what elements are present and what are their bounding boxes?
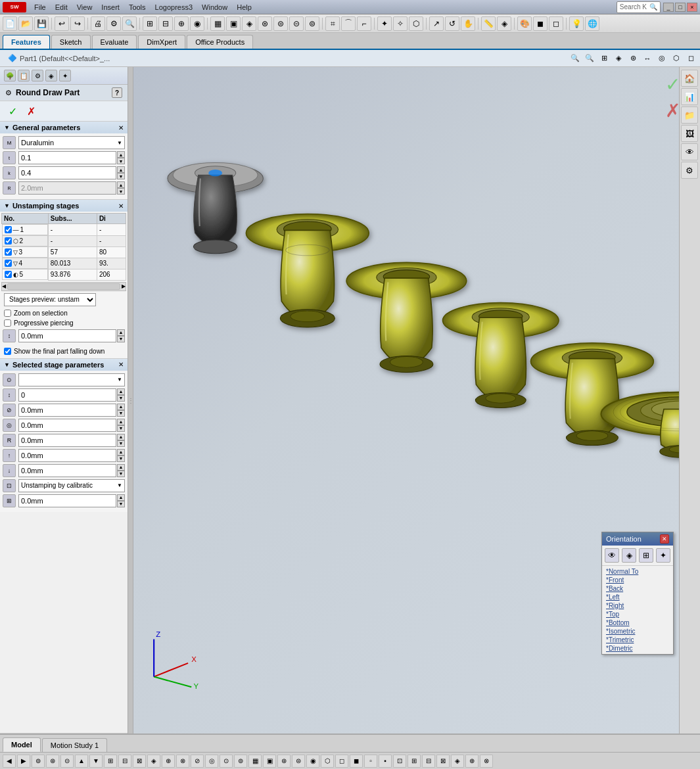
rotate-button[interactable]: ↺ <box>445 16 459 31</box>
window-controls[interactable]: _ □ × <box>663 3 697 12</box>
view-button4[interactable]: ◉ <box>190 16 204 31</box>
view-button3[interactable]: ⊕ <box>174 16 189 31</box>
bt-btn-29[interactable]: ⊞ <box>408 755 421 768</box>
preview-select[interactable]: Stages preview: unstam <box>4 293 96 306</box>
sel-down-8[interactable]: ▼ <box>117 501 125 507</box>
tab-office-products[interactable]: Office Products <box>187 35 253 49</box>
orient-view-4[interactable]: *Right <box>606 601 669 610</box>
general-params-header[interactable]: ▼ General parameters ✕ <box>0 122 128 133</box>
stage-cb-cell[interactable]: ▽ 3 <box>2 246 48 258</box>
undo-button[interactable]: ↩ <box>55 16 69 31</box>
hidden-lines-button[interactable]: ◎ <box>655 52 668 65</box>
bt-btn-24[interactable]: ◻ <box>335 755 348 768</box>
material-button[interactable]: ◼ <box>533 16 548 31</box>
offset-input[interactable] <box>18 329 116 342</box>
scroll-left[interactable]: ◀ <box>2 283 6 289</box>
sel-up-4[interactable]: ▲ <box>117 434 125 440</box>
bt-btn-12[interactable]: ⊕ <box>162 755 175 768</box>
bt-btn-25[interactable]: ◼ <box>350 755 363 768</box>
stage-checkbox-0[interactable] <box>5 226 12 233</box>
bt-btn-7[interactable]: ▼ <box>89 755 103 768</box>
bottom-tab-model[interactable]: Model <box>3 737 41 752</box>
ok-button[interactable]: ✓ <box>5 104 20 118</box>
orient-icon-4[interactable]: ✦ <box>656 548 670 563</box>
bt-btn-33[interactable]: ⊕ <box>465 755 478 768</box>
feature-button2[interactable]: ▣ <box>226 16 241 31</box>
rt-config-button[interactable]: ⚙ <box>681 162 698 179</box>
measure-button[interactable]: 📏 <box>481 16 496 31</box>
orient-icon-1[interactable]: 👁 <box>605 548 619 563</box>
clearance-up[interactable]: ▲ <box>117 166 125 173</box>
sel-input-2[interactable] <box>18 404 116 417</box>
scroll-right[interactable]: ▶ <box>122 283 126 289</box>
rt-home-button[interactable]: 🏠 <box>681 70 698 87</box>
offset-down[interactable]: ▼ <box>117 336 125 342</box>
redo-button[interactable]: ↪ <box>70 16 85 31</box>
new-button[interactable]: 📄 <box>3 16 17 31</box>
tab-sketch[interactable]: Sketch <box>51 35 91 49</box>
sel-down-5[interactable]: ▼ <box>117 455 125 462</box>
tab-evaluate[interactable]: Evaluate <box>92 35 137 49</box>
section-view-button[interactable]: ↔ <box>641 52 654 65</box>
clearance-down[interactable]: ▼ <box>117 173 125 179</box>
bt-btn-9[interactable]: ⊟ <box>118 755 131 768</box>
panel-resize-handle[interactable]: ⋮ <box>128 67 133 734</box>
insert-button3[interactable]: ⌐ <box>357 16 371 31</box>
bt-btn-32[interactable]: ◈ <box>451 755 464 768</box>
sel-up-6[interactable]: ▲ <box>117 464 125 471</box>
orient-icon-2[interactable]: ◈ <box>622 548 636 563</box>
menu-window[interactable]: Window <box>198 3 231 12</box>
light-button[interactable]: 💡 <box>569 16 584 31</box>
bt-btn-15[interactable]: ◎ <box>205 755 218 768</box>
cancel-button[interactable]: ✗ <box>24 104 38 118</box>
config-icon[interactable]: ⚙ <box>32 70 43 82</box>
display-button[interactable]: ◈ <box>497 16 511 31</box>
display-states-icon[interactable]: ◈ <box>45 70 57 82</box>
sel-input-6[interactable] <box>18 464 116 477</box>
orient-view-5[interactable]: *Top <box>606 610 669 618</box>
orient-view-3[interactable]: *Left <box>606 593 669 601</box>
bt-btn-19[interactable]: ▣ <box>263 755 276 768</box>
bt-btn-18[interactable]: ▦ <box>248 755 262 768</box>
radius-input[interactable] <box>18 181 116 195</box>
unstamping-header[interactable]: ▼ Unstamping stages ✕ <box>0 200 128 212</box>
orient-view-6[interactable]: *Bottom <box>606 618 669 627</box>
color-button[interactable]: 🎨 <box>517 16 532 31</box>
orient-view-7[interactable]: *Isometric <box>606 627 669 636</box>
appearance-button[interactable]: ◻ <box>549 16 563 31</box>
sel-input-1[interactable] <box>18 388 116 402</box>
stage-cb-cell[interactable]: — 1 <box>2 224 48 235</box>
stage-checkbox-2[interactable] <box>5 248 12 256</box>
print-button[interactable]: 🖨 <box>91 16 105 31</box>
bt-btn-13[interactable]: ⊗ <box>176 755 189 768</box>
bt-btn-31[interactable]: ⊠ <box>436 755 450 768</box>
search-input[interactable]: Search K <box>620 3 647 11</box>
restore-button[interactable]: □ <box>675 3 686 12</box>
bt-btn-23[interactable]: ⬡ <box>321 755 334 768</box>
offset-up[interactable]: ▲ <box>117 329 125 336</box>
zoom-out-button[interactable]: 🔍 <box>583 52 596 65</box>
menu-view[interactable]: View <box>73 3 97 12</box>
insert-button2[interactable]: ⌒ <box>341 16 356 31</box>
material-dropdown[interactable]: Duralumin ▼ <box>18 136 125 149</box>
feature-button6[interactable]: ⊝ <box>289 16 304 31</box>
menu-edit[interactable]: Edit <box>51 3 72 12</box>
orient-view-0[interactable]: *Normal To <box>606 567 669 576</box>
insert-button1[interactable]: ⌗ <box>325 16 340 31</box>
thickness-down[interactable]: ▼ <box>117 158 125 164</box>
sel-dropdown-7[interactable]: Unstamping by calibratic ▼ <box>18 479 125 492</box>
extra-button2[interactable]: ✧ <box>393 16 408 31</box>
bt-btn-17[interactable]: ⊚ <box>234 755 247 768</box>
sel-down-3[interactable]: ▼ <box>117 425 125 432</box>
menu-file[interactable]: File <box>30 3 50 12</box>
pan-button[interactable]: ✋ <box>461 16 475 31</box>
feature-button4[interactable]: ⊛ <box>258 16 272 31</box>
menu-logopress3[interactable]: Logopress3 <box>151 3 197 12</box>
view-btn2[interactable]: ⊛ <box>626 52 640 65</box>
sel-down-6[interactable]: ▼ <box>117 471 125 477</box>
search-icon[interactable]: 🔍 <box>649 3 657 11</box>
scene-button[interactable]: 🌐 <box>585 16 599 31</box>
feature-button3[interactable]: ◈ <box>242 16 256 31</box>
rt-folder-button[interactable]: 📁 <box>681 106 698 124</box>
view3d-button[interactable]: ◈ <box>612 52 625 65</box>
